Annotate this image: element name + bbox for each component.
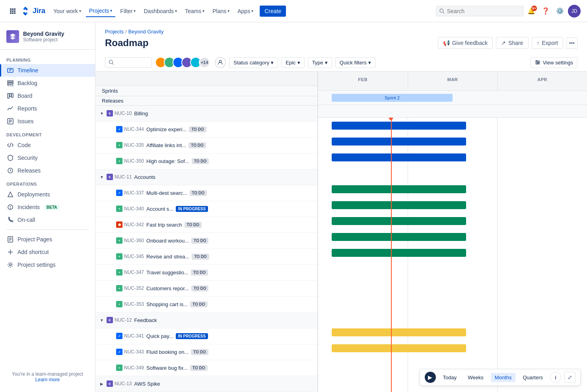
- table-row[interactable]: + NUC-350 High outage: Sof... TO DO: [95, 153, 317, 169]
- quarters-button[interactable]: Quarters: [519, 373, 547, 382]
- gantt-container[interactable]: Sprints Releases ▼ E NUC-10 Billing: [95, 72, 587, 392]
- quick-filters[interactable]: Quick filters ▾: [335, 57, 375, 68]
- view-settings-button[interactable]: View settings: [531, 57, 577, 68]
- status-category-filter[interactable]: Status category ▾: [229, 57, 278, 68]
- sidebar-item-reports[interactable]: Reports: [0, 102, 95, 115]
- feedback-bar: [332, 328, 466, 336]
- sidebar-item-project-pages[interactable]: Project Pages: [0, 233, 95, 246]
- sidebar-item-releases[interactable]: Releases: [0, 164, 95, 177]
- issue-name: Feedback: [134, 317, 157, 323]
- sidebar-item-backlog[interactable]: Backlog: [0, 77, 95, 89]
- create-button[interactable]: Create: [260, 6, 286, 17]
- search-box[interactable]: [436, 6, 523, 16]
- table-row[interactable]: ▼ E NUC-12 Feedback: [95, 312, 317, 328]
- months-button[interactable]: Months: [491, 373, 516, 382]
- export-button[interactable]: ↑ Export: [532, 37, 563, 49]
- nav-filter[interactable]: Filter ▾: [117, 6, 139, 17]
- sidebar-item-code[interactable]: Code: [0, 139, 95, 151]
- more-actions-button[interactable]: •••: [566, 37, 577, 49]
- search-input[interactable]: [447, 8, 520, 14]
- sidebar-item-project-settings[interactable]: Project settings: [0, 258, 95, 271]
- toolbar-search[interactable]: [105, 57, 152, 68]
- user-avatar[interactable]: JD: [568, 5, 581, 17]
- add-shortcut-icon: [6, 248, 14, 256]
- sidebar-item-deployments[interactable]: Deployments: [0, 188, 95, 201]
- table-row[interactable]: + NUC-360 Onboard workou... TO DO: [95, 233, 317, 249]
- table-row[interactable]: ▼ E NUC-10 Billing: [95, 106, 317, 122]
- export-label: Export: [542, 40, 558, 46]
- expand-button[interactable]: ▼: [99, 174, 105, 180]
- epic-filter[interactable]: Epic ▾: [281, 57, 304, 68]
- type-filter[interactable]: Type ▾: [308, 57, 332, 68]
- table-row[interactable]: + NUC-335 Affiliate links int... TO DO: [95, 138, 317, 153]
- sidebar-item-board[interactable]: Board: [0, 89, 95, 102]
- weeks-button[interactable]: Weeks: [464, 373, 488, 382]
- expand-button[interactable]: ▶: [99, 380, 105, 387]
- nav-plans[interactable]: Plans ▾: [209, 6, 233, 17]
- learn-more-link[interactable]: Learn more: [6, 377, 89, 382]
- table-row[interactable]: ✓ NUC-337 Multi-dest searc... TO DO: [95, 185, 317, 201]
- accounts-bar: [332, 185, 466, 193]
- sprint-bar: Sprint 2: [332, 94, 453, 102]
- sprints-text: Sprints: [102, 88, 118, 94]
- nav-teams[interactable]: Teams ▾: [182, 6, 208, 17]
- table-row[interactable]: ✓ NUC-343 Fluid booking on... TO DO: [95, 344, 317, 360]
- help-button[interactable]: ❓: [539, 5, 552, 17]
- nav-apps[interactable]: Apps ▾: [234, 6, 257, 17]
- reports-icon: [6, 105, 14, 113]
- table-row[interactable]: ✓ NUC-344 Optimize experi... TO DO: [95, 122, 317, 138]
- table-row[interactable]: + NUC-345 Revise and strea... TO DO: [95, 249, 317, 265]
- table-row[interactable]: ⬟ NUC-342 Fast trip search TO DO: [95, 217, 317, 233]
- settings-button[interactable]: ⚙️: [554, 5, 566, 17]
- give-feedback-button[interactable]: 📢 Give feedback: [438, 37, 493, 49]
- apps-menu-button[interactable]: [6, 5, 19, 17]
- sidebar-item-incidents[interactable]: Incidents BETA: [0, 201, 95, 213]
- expand-button[interactable]: ▼: [99, 317, 105, 323]
- table-row[interactable]: + NUC-349 Software bug fix... TO DO: [95, 360, 317, 376]
- expand-button[interactable]: ▼: [99, 110, 105, 116]
- sidebar-item-timeline[interactable]: Timeline: [0, 64, 95, 77]
- sidebar-item-issues[interactable]: Issues: [0, 115, 95, 128]
- table-row[interactable]: ▶ E NUC-13 AWS Spike: [95, 376, 317, 392]
- today-button[interactable]: Today: [439, 373, 461, 382]
- gantt-grid: Sprints Releases ▼ E NUC-10 Billing: [95, 72, 587, 392]
- issue-name: Revise and strea...: [146, 254, 189, 260]
- notifications-button[interactable]: 🔔 9+: [525, 5, 538, 17]
- table-row[interactable]: + NUC-340 Account s... IN PROGRESS: [95, 201, 317, 217]
- toolbar-search-input[interactable]: [117, 59, 148, 66]
- avatar-group: +14: [155, 57, 210, 68]
- incidents-icon: [6, 203, 14, 211]
- table-row[interactable]: + NUC-347 Travel suggestio... TO DO: [95, 265, 317, 281]
- jira-logo[interactable]: Jira: [21, 6, 45, 16]
- sidebar-item-oncall[interactable]: On-call: [0, 213, 95, 226]
- gantt-row-cell: ▼ E NUC-11 Accounts: [95, 169, 318, 185]
- nav-your-work[interactable]: Your work ▾: [50, 6, 84, 17]
- svg-point-34: [10, 264, 12, 266]
- project-pages-icon: [6, 235, 14, 243]
- gantt-bars-area[interactable]: [318, 118, 587, 392]
- table-row[interactable]: + NUC-352 Customers repor... TO DO: [95, 281, 317, 297]
- breadcrumb-project[interactable]: Beyond Gravity: [128, 29, 164, 35]
- info-button[interactable]: i: [550, 372, 561, 383]
- table-row[interactable]: + NUC-353 Shopping cart is... TO DO: [95, 297, 317, 312]
- issue-key: NUC-13: [115, 381, 132, 386]
- timeline-nav-button[interactable]: ▶: [425, 372, 436, 383]
- fullscreen-button[interactable]: ⤢: [564, 372, 575, 383]
- sidebar-item-security[interactable]: Security: [0, 151, 95, 164]
- nav-dashboards[interactable]: Dashboards ▾: [140, 6, 180, 17]
- sidebar-item-add-shortcut[interactable]: Add shortcut: [0, 246, 95, 258]
- breadcrumb-projects[interactable]: Projects: [105, 29, 124, 35]
- person-filter-button[interactable]: [215, 57, 226, 68]
- issue-key: NUC-335: [124, 142, 144, 148]
- avatar-count[interactable]: +14: [199, 57, 210, 68]
- table-row[interactable]: ✓ NUC-341 Quick pay... IN PROGRESS: [95, 328, 317, 344]
- issue-name: Customers repor...: [146, 285, 189, 291]
- issue-name: Shopping cart is...: [146, 301, 188, 307]
- task-icon: +: [116, 365, 122, 371]
- svg-point-37: [219, 60, 221, 62]
- svg-rect-9: [8, 68, 13, 72]
- share-button[interactable]: ↗ Share: [496, 37, 528, 49]
- epic-icon: E: [107, 380, 113, 387]
- nav-projects[interactable]: Projects ▾: [86, 5, 116, 17]
- table-row[interactable]: ▼ E NUC-11 Accounts: [95, 169, 317, 185]
